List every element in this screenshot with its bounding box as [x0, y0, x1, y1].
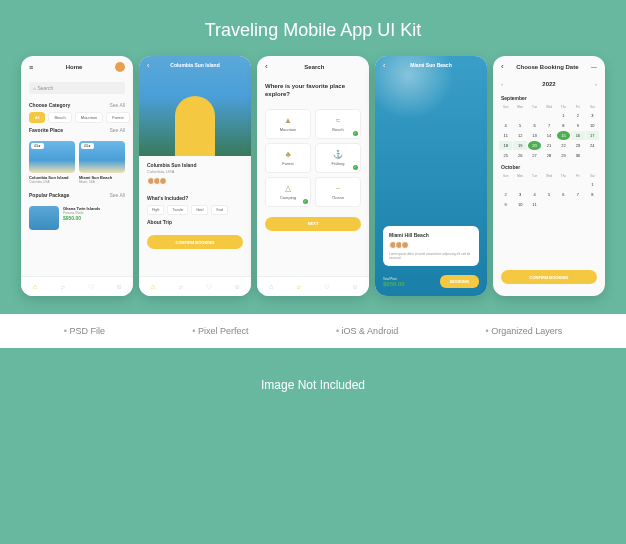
calendar-day[interactable]: 26: [513, 151, 526, 160]
back-icon[interactable]: ‹: [147, 62, 149, 69]
next-button[interactable]: Next: [265, 217, 361, 231]
category-chip[interactable]: Forest: [106, 112, 129, 123]
calendar-day[interactable]: 9: [499, 200, 512, 209]
calendar-day[interactable]: 1: [557, 111, 570, 120]
nav-home-icon[interactable]: ⌂: [267, 283, 275, 291]
calendar-day[interactable]: [513, 180, 526, 189]
nav-search-icon[interactable]: ⌕: [295, 283, 303, 291]
calendar-day[interactable]: [542, 180, 555, 189]
calendar-day[interactable]: 6: [557, 190, 570, 199]
included-chip[interactable]: Transfer: [167, 205, 188, 215]
search-input[interactable]: ⌕ Search: [29, 82, 125, 94]
nav-home-icon[interactable]: ⌂: [31, 283, 39, 291]
calendar-day[interactable]: 13: [528, 131, 541, 140]
calendar-day[interactable]: 22: [557, 141, 570, 150]
included-chip[interactable]: Flight: [147, 205, 164, 215]
nav-bookmark-icon[interactable]: ♡: [87, 283, 95, 291]
calendar-day[interactable]: 8: [557, 121, 570, 130]
category-item[interactable]: ▲Mountain: [265, 109, 311, 139]
calendar-day[interactable]: 24: [586, 141, 599, 150]
booking-button[interactable]: Booking: [440, 275, 479, 288]
calendar-day[interactable]: [586, 151, 599, 160]
calendar-day[interactable]: 11: [499, 131, 512, 140]
menu-icon[interactable]: ≡: [29, 64, 33, 71]
category-item[interactable]: △Camping✓: [265, 177, 311, 207]
calendar-day[interactable]: [542, 111, 555, 120]
nav-profile-icon[interactable]: ☺: [115, 283, 123, 291]
cal-next-icon[interactable]: ›: [595, 81, 597, 87]
category-chip[interactable]: All: [29, 112, 45, 123]
calendar-day[interactable]: 5: [542, 190, 555, 199]
calendar-day[interactable]: 14: [542, 131, 555, 140]
cal-prev-icon[interactable]: ‹: [501, 81, 503, 87]
nav-search-icon[interactable]: ⌕: [59, 283, 67, 291]
calendar-day[interactable]: 23: [571, 141, 584, 150]
calendar-day[interactable]: [528, 180, 541, 189]
calendar-day[interactable]: 7: [542, 121, 555, 130]
calendar-day[interactable]: 27: [528, 151, 541, 160]
calendar-day[interactable]: 15: [557, 131, 570, 140]
category-item[interactable]: ~Ocean: [315, 177, 361, 207]
confirm-booking-button[interactable]: Confirm Booking: [501, 270, 597, 284]
calendar-day[interactable]: 3: [586, 111, 599, 120]
calendar-day[interactable]: [499, 111, 512, 120]
category-chip[interactable]: Beach: [48, 112, 71, 123]
package-card[interactable]: Ghana Twin Islands Panama Sheila $950.00: [21, 202, 133, 234]
calendar-day[interactable]: [528, 111, 541, 120]
calendar-day[interactable]: 2: [499, 190, 512, 199]
place-image[interactable]: 4.5★: [79, 141, 125, 173]
calendar-day[interactable]: 1: [586, 180, 599, 189]
calendar-day[interactable]: [557, 180, 570, 189]
back-icon[interactable]: ‹: [383, 62, 385, 69]
nav-profile-icon[interactable]: ☺: [351, 283, 359, 291]
calendar-day[interactable]: 28: [542, 151, 555, 160]
nav-profile-icon[interactable]: ☺: [233, 283, 241, 291]
avatar[interactable]: [115, 62, 125, 72]
calendar-day[interactable]: 6: [528, 121, 541, 130]
calendar-day[interactable]: 17: [586, 131, 599, 140]
category-item[interactable]: ≈Beach✓: [315, 109, 361, 139]
calendar-day[interactable]: 29: [557, 151, 570, 160]
back-icon[interactable]: ‹: [265, 62, 268, 71]
calendar-day[interactable]: 5: [513, 121, 526, 130]
calendar-day[interactable]: 11: [528, 200, 541, 209]
calendar-day[interactable]: [571, 180, 584, 189]
calendar-day[interactable]: [542, 200, 555, 209]
nav-bookmark-icon[interactable]: ♡: [323, 283, 331, 291]
calendar-day[interactable]: [513, 111, 526, 120]
calendar-day[interactable]: 20: [528, 141, 541, 150]
category-item[interactable]: ♣Forest: [265, 143, 311, 173]
place-image[interactable]: 4.5★: [29, 141, 75, 173]
nav-bookmark-icon[interactable]: ♡: [205, 283, 213, 291]
back-icon[interactable]: ‹: [501, 62, 504, 71]
calendar-day[interactable]: 2: [571, 111, 584, 120]
see-all-link[interactable]: See All: [109, 127, 125, 133]
calendar-day[interactable]: 18: [499, 141, 512, 150]
calendar-day[interactable]: 10: [513, 200, 526, 209]
beach-card[interactable]: Miami Hill Beach Lorem ipsum dolor sit a…: [383, 226, 479, 266]
calendar-day[interactable]: [499, 180, 512, 189]
nav-home-icon[interactable]: ⌂: [149, 283, 157, 291]
calendar-day[interactable]: 7: [571, 190, 584, 199]
calendar-day[interactable]: 9: [571, 121, 584, 130]
calendar-day[interactable]: 12: [513, 131, 526, 140]
included-chip[interactable]: Hotel: [191, 205, 208, 215]
calendar-day[interactable]: 4: [528, 190, 541, 199]
category-chip[interactable]: Mountain: [75, 112, 103, 123]
calendar-day[interactable]: 19: [513, 141, 526, 150]
more-icon[interactable]: ⋯: [591, 63, 597, 70]
calendar-day[interactable]: 21: [542, 141, 555, 150]
calendar-day[interactable]: 16: [571, 131, 584, 140]
calendar-day[interactable]: 10: [586, 121, 599, 130]
calendar-day[interactable]: 30: [571, 151, 584, 160]
calendar-day[interactable]: 25: [499, 151, 512, 160]
calendar-day[interactable]: 8: [586, 190, 599, 199]
see-all-link[interactable]: See All: [109, 102, 125, 108]
nav-search-icon[interactable]: ⌕: [177, 283, 185, 291]
calendar-day[interactable]: 4: [499, 121, 512, 130]
confirm-booking-button[interactable]: Confirm Booking: [147, 235, 243, 249]
calendar-day[interactable]: 3: [513, 190, 526, 199]
included-chip[interactable]: Food: [211, 205, 228, 215]
see-all-link[interactable]: See All: [109, 192, 125, 198]
category-item[interactable]: ⚓Fishing✓: [315, 143, 361, 173]
